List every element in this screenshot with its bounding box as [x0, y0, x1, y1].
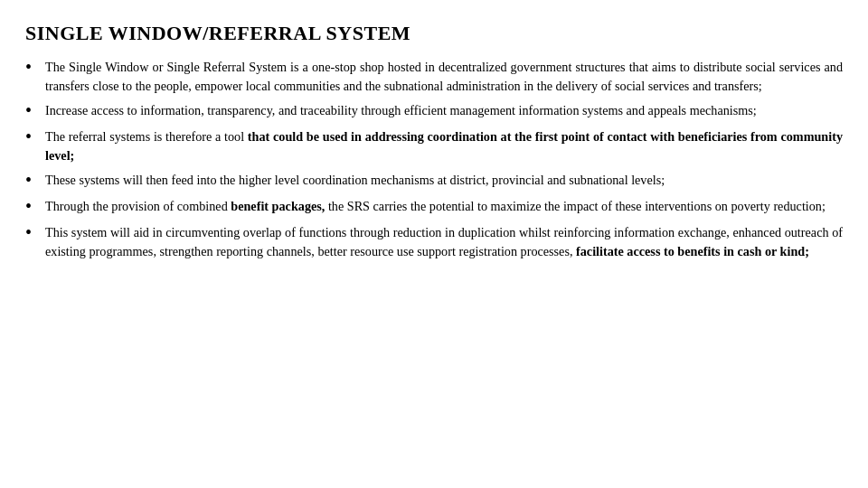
- list-item: • This system will aid in circumventing …: [25, 223, 843, 260]
- bullet-text: These systems will then feed into the hi…: [45, 171, 843, 190]
- bullet-text: The referral systems is therefore a tool…: [45, 127, 843, 164]
- list-item: • These systems will then feed into the …: [25, 171, 843, 191]
- page-container: SINGLE WINDOW/REFERRAL SYSTEM • The Sing…: [0, 0, 868, 488]
- bullet-icon: •: [25, 126, 42, 147]
- list-item: • The referral systems is therefore a to…: [25, 127, 843, 164]
- bullet-icon: •: [25, 195, 42, 217]
- page-title: SINGLE WINDOW/REFERRAL SYSTEM: [25, 22, 843, 45]
- bullet-icon: •: [25, 56, 42, 78]
- list-item: • Increase access to information, transp…: [25, 101, 843, 121]
- bullet-list: • The Single Window or Single Referral S…: [25, 58, 843, 267]
- bullet-text: This system will aid in circumventing ov…: [45, 223, 843, 260]
- list-item: • The Single Window or Single Referral S…: [25, 58, 843, 95]
- bullet-text: The Single Window or Single Referral Sys…: [45, 58, 843, 95]
- bullet-icon: •: [25, 221, 42, 243]
- bullet-text: Through the provision of combined benefi…: [45, 197, 843, 216]
- bullet-icon: •: [25, 99, 42, 121]
- bullet-text: Increase access to information, transpar…: [45, 101, 843, 120]
- list-item: • Through the provision of combined bene…: [25, 197, 843, 217]
- bullet-icon: •: [25, 169, 42, 191]
